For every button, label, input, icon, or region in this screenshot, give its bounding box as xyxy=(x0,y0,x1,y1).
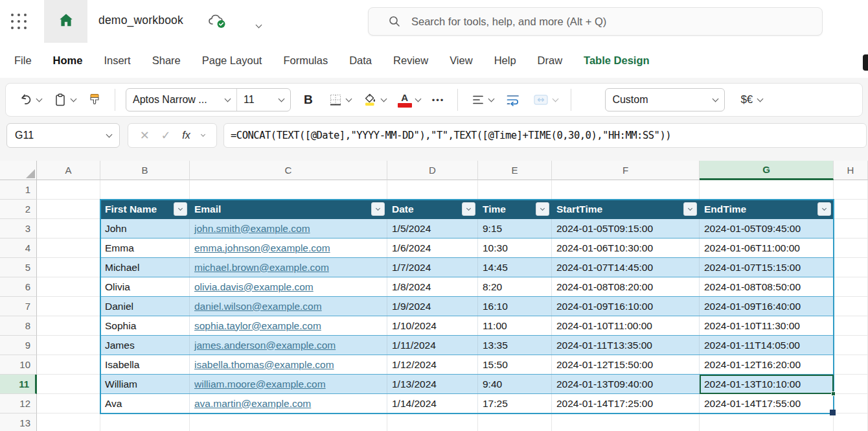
row-header-12[interactable]: 12 xyxy=(0,394,37,414)
row-header-13[interactable]: 13 xyxy=(0,414,37,431)
insert-function-chevron-icon[interactable] xyxy=(201,132,205,136)
cell-E1[interactable] xyxy=(478,180,552,200)
tab-insert[interactable]: Insert xyxy=(104,54,130,67)
table-cell-time[interactable]: 9:40 xyxy=(478,375,552,393)
borders-dropdown-chevron-icon[interactable] xyxy=(345,95,352,102)
table-cell-date[interactable]: 1/6/2024 xyxy=(387,239,478,257)
row-header-9[interactable]: 9 xyxy=(0,336,37,355)
table-cell-starttime[interactable]: 2024-01-06T10:30:00 xyxy=(552,239,700,257)
table-cell-starttime[interactable]: 2024-01-08T08:20:00 xyxy=(552,277,700,296)
filter-button-starttime[interactable] xyxy=(683,202,697,216)
table-header-date[interactable]: Date xyxy=(387,200,478,219)
email-link[interactable]: daniel.wilson@example.com xyxy=(194,301,322,312)
cell-A6[interactable] xyxy=(37,277,100,297)
save-status-cloud-check-icon[interactable] xyxy=(207,13,227,32)
number-format-combobox[interactable]: Custom xyxy=(605,88,725,111)
cell-A7[interactable] xyxy=(37,297,100,316)
select-all-corner[interactable] xyxy=(0,161,37,180)
table-cell-email[interactable]: olivia.davis@example.com xyxy=(190,277,387,296)
cell-C1[interactable] xyxy=(190,180,387,200)
email-link[interactable]: james.anderson@example.com xyxy=(194,340,336,351)
row-header-11[interactable]: 11 xyxy=(0,375,37,394)
cell-H3[interactable] xyxy=(834,219,868,239)
table-cell-time[interactable]: 17:25 xyxy=(478,394,552,413)
home-button[interactable] xyxy=(44,0,87,43)
column-header-A[interactable]: A xyxy=(37,161,100,180)
cell-A5[interactable] xyxy=(37,258,100,277)
email-link[interactable]: ava.martin@example.com xyxy=(194,398,311,410)
row-header-1[interactable]: 1 xyxy=(0,180,37,200)
email-link[interactable]: isabella.thomas@example.com xyxy=(194,359,334,371)
table-cell-first-name[interactable]: John xyxy=(100,219,190,238)
row-header-5[interactable]: 5 xyxy=(0,258,37,277)
font-name-combobox[interactable]: Aptos Narrow ... xyxy=(126,89,236,111)
table-cell-time[interactable]: 16:10 xyxy=(478,297,552,316)
table-cell-endtime[interactable]: 2024-01-10T11:30:00 xyxy=(700,316,834,335)
table-resize-handle[interactable] xyxy=(830,410,836,415)
row-header-10[interactable]: 10 xyxy=(0,355,37,375)
merge-cells-chevron-icon[interactable] xyxy=(553,95,559,102)
cell-H9[interactable] xyxy=(834,336,868,355)
column-header-H[interactable]: H xyxy=(834,161,868,180)
table-cell-first-name[interactable]: William xyxy=(100,375,190,393)
table-cell-email[interactable]: daniel.wilson@example.com xyxy=(190,297,387,316)
table-cell-endtime[interactable]: 2024-01-08T08:50:00 xyxy=(700,277,834,296)
table-cell-email[interactable]: michael.brown@example.com xyxy=(190,258,387,277)
table-cell-email[interactable]: isabella.thomas@example.com xyxy=(190,355,387,374)
cell-H5[interactable] xyxy=(834,258,868,277)
cell-G13[interactable] xyxy=(700,414,834,431)
table-cell-first-name[interactable]: Isabella xyxy=(100,355,190,374)
format-painter-button[interactable] xyxy=(85,90,104,110)
cell-A10[interactable] xyxy=(37,355,100,375)
table-cell-date[interactable]: 1/8/2024 xyxy=(387,277,478,296)
cell-E13[interactable] xyxy=(478,414,552,431)
table-cell-starttime[interactable]: 2024-01-14T17:25:00 xyxy=(552,394,700,413)
undo-dropdown-chevron-icon[interactable] xyxy=(36,95,43,102)
cell-D13[interactable] xyxy=(387,414,478,431)
search-input[interactable] xyxy=(411,16,822,28)
cell-H12[interactable] xyxy=(834,394,868,414)
cell-F1[interactable] xyxy=(552,180,700,200)
table-cell-date[interactable]: 1/7/2024 xyxy=(387,258,478,277)
column-header-F[interactable]: F xyxy=(552,161,700,180)
alignment-button[interactable] xyxy=(468,90,496,110)
currency-chevron-icon[interactable] xyxy=(757,95,764,102)
table-cell-email[interactable]: sophia.taylor@example.com xyxy=(190,316,387,335)
title-dropdown-chevron-icon[interactable] xyxy=(257,18,261,30)
paste-dropdown-chevron-icon[interactable] xyxy=(71,95,77,102)
cell-H13[interactable] xyxy=(834,414,868,431)
table-cell-endtime[interactable]: 2024-01-13T10:10:00 xyxy=(700,375,834,393)
table-cell-starttime[interactable]: 2024-01-09T16:10:00 xyxy=(552,297,700,316)
email-link[interactable]: michael.brown@example.com xyxy=(194,262,329,274)
paste-button[interactable] xyxy=(51,90,78,110)
tab-data[interactable]: Data xyxy=(349,54,372,67)
table-cell-time[interactable]: 11:00 xyxy=(478,316,552,335)
cell-A8[interactable] xyxy=(37,316,100,336)
table-cell-endtime[interactable]: 2024-01-09T16:40:00 xyxy=(700,297,834,316)
table-cell-time[interactable]: 13:35 xyxy=(478,336,552,355)
tab-help[interactable]: Help xyxy=(494,54,516,67)
email-link[interactable]: john.smith@example.com xyxy=(194,223,310,235)
tab-home[interactable]: Home xyxy=(53,54,83,67)
row-header-8[interactable]: 8 xyxy=(0,316,37,336)
tab-draw[interactable]: Draw xyxy=(538,54,563,67)
table-cell-time[interactable]: 15:50 xyxy=(478,355,552,374)
cell-F13[interactable] xyxy=(552,414,700,431)
table-header-first-name[interactable]: First Name xyxy=(100,200,190,219)
table-cell-endtime[interactable]: 2024-01-07T15:15:00 xyxy=(700,258,834,277)
cell-H10[interactable] xyxy=(834,355,868,375)
confirm-entry-icon[interactable]: ✓ xyxy=(161,128,170,143)
cancel-entry-icon[interactable]: ✕ xyxy=(140,128,150,143)
column-header-G[interactable]: G xyxy=(700,161,834,180)
fill-color-chevron-icon[interactable] xyxy=(380,95,387,102)
cell-H7[interactable] xyxy=(834,297,868,316)
table-cell-email[interactable]: william.moore@example.com xyxy=(190,375,387,393)
row-header-6[interactable]: 6 xyxy=(0,277,37,297)
table-cell-date[interactable]: 1/12/2024 xyxy=(387,355,478,374)
email-link[interactable]: william.moore@example.com xyxy=(194,379,326,390)
cell-H11[interactable] xyxy=(834,375,868,394)
email-link[interactable]: olivia.davis@example.com xyxy=(194,281,314,293)
table-cell-starttime[interactable]: 2024-01-12T15:50:00 xyxy=(552,355,700,374)
table-cell-date[interactable]: 1/11/2024 xyxy=(387,336,478,355)
filter-button-first-name[interactable] xyxy=(174,202,187,216)
